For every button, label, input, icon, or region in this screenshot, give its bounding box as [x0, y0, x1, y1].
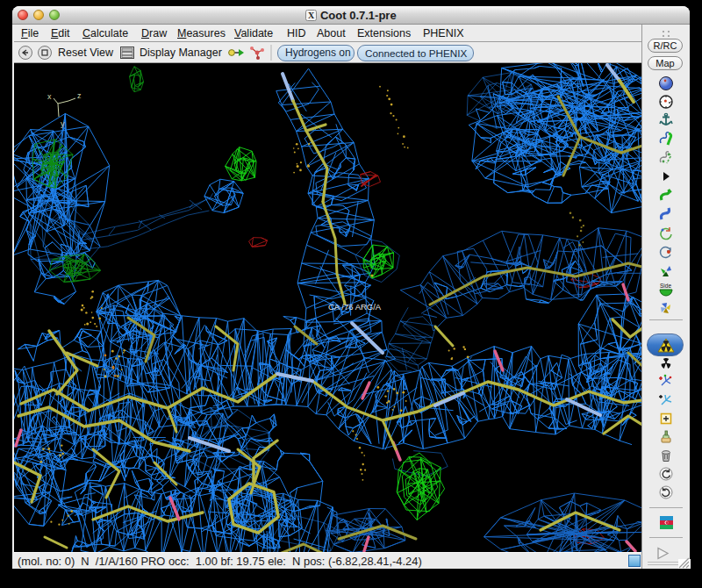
- svg-text:y: y: [61, 119, 65, 128]
- svg-text:x: x: [47, 92, 52, 101]
- svg-text:CA /76 ARG/A: CA /76 ARG/A: [328, 302, 382, 312]
- svg-text:z: z: [77, 91, 82, 100]
- svg-text:X: X: [308, 11, 315, 20]
- svg-text:Side: Side: [660, 283, 671, 289]
